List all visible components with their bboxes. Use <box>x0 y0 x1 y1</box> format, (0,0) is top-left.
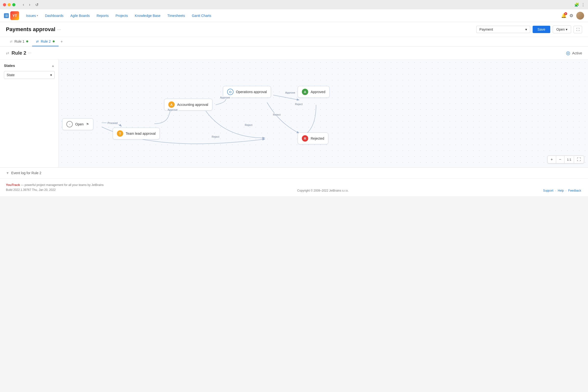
nav-right: 🔔 ● ⚙ <box>561 12 584 20</box>
nav-item-dashboards[interactable]: Dashboards <box>42 12 66 19</box>
nav-items: Issues ▾ Dashboards Agile Boards Reports… <box>23 12 561 19</box>
event-log[interactable]: ▼ Event log for Rule 2 <box>0 167 588 178</box>
forward-button[interactable]: › <box>28 2 32 7</box>
main-content: ⇄ Rule 2 ··· ◎ Active States ▲ State ▾ <box>0 46 588 167</box>
notifications-button[interactable]: 🔔 ● <box>561 13 566 18</box>
page-title: Payments approval <box>6 26 55 32</box>
states-panel: States ▲ State ▾ <box>0 60 59 167</box>
footer-brand-link[interactable]: YouTrack <box>6 183 20 187</box>
footer-build: Build 2022.1.39767 Thu, Jan 20, 2022 <box>6 188 104 192</box>
nav-item-timesheets[interactable]: Timesheets <box>164 12 188 19</box>
edge-label-reject4: Reject <box>211 135 220 138</box>
node-approved[interactable]: A Approved <box>298 86 330 98</box>
footer-center: Copyright © 2009–2022 JetBrains s.r.o. <box>297 188 349 192</box>
node-open-label: Open <box>75 122 84 126</box>
footer-feedback-link[interactable]: Feedback <box>568 189 581 192</box>
event-log-chevron-icon: ▼ <box>6 171 9 175</box>
nav-item-kb[interactable]: Knowledge Base <box>132 12 164 19</box>
footer-dot1: · <box>555 189 556 192</box>
node-approved-icon: A <box>302 89 308 95</box>
extension-icon[interactable]: 🧩 <box>574 2 579 7</box>
rule-header: ⇄ Rule 2 ··· ◎ Active <box>0 46 588 60</box>
zoom-controls: + − 1:1 ⛶ <box>547 156 584 164</box>
node-approved-label: Approved <box>311 90 325 94</box>
back-button[interactable]: ‹ <box>21 2 26 7</box>
node-open-icon: ○ <box>66 121 73 128</box>
event-log-title: Event log for Rule 2 <box>11 171 42 175</box>
rule-menu[interactable]: ··· <box>28 51 31 55</box>
footer-help-link[interactable]: Help <box>558 189 564 192</box>
nav-item-gantt[interactable]: Gantt Charts <box>189 12 214 19</box>
tab-rule2-icon: ⇄ <box>36 40 39 43</box>
node-open[interactable]: ○ Open ⚑ <box>62 118 93 130</box>
nav-item-reports[interactable]: Reports <box>94 12 112 19</box>
footer-support-link[interactable]: Support <box>543 189 554 192</box>
workflow-container: States ▲ State ▾ <box>0 60 588 167</box>
issues-chevron-icon: ▾ <box>37 14 38 17</box>
open-button[interactable]: Open ▾ <box>553 26 571 33</box>
rule-status-label: Active <box>572 51 582 55</box>
states-title: States <box>4 64 15 68</box>
project-select[interactable]: Payment ▾ <box>476 26 530 33</box>
node-rejected-icon: R <box>302 135 308 142</box>
titlebar-nav: ‹ › ↺ <box>21 2 40 8</box>
tabs-bar: ⇄ Rule 1 ⇄ Rule 2 + <box>0 37 588 46</box>
add-tab-button[interactable]: + <box>58 37 65 46</box>
open-chevron-icon: ▾ <box>566 28 568 31</box>
nav-item-issues[interactable]: Issues ▾ <box>23 12 41 19</box>
footer-links: Support · Help · Feedback <box>542 189 582 192</box>
youtrack-logo-small: ◫ <box>4 13 9 18</box>
rule-icon: ⇄ <box>6 51 9 55</box>
minimize-button[interactable] <box>8 3 11 6</box>
state-select-label: State <box>6 73 15 77</box>
node-accounting-icon: A <box>168 102 175 108</box>
tab-rule1[interactable]: ⇄ Rule 1 <box>6 37 32 46</box>
footer-copyright: Copyright © 2009–2022 JetBrains s.r.o. <box>297 189 349 192</box>
rule-title: Rule 2 <box>12 50 26 56</box>
tab-rule2[interactable]: ⇄ Rule 2 <box>32 37 58 46</box>
save-button[interactable]: Save <box>533 26 550 33</box>
titlebar-icons: 🧩 ⋮ <box>574 2 585 7</box>
nav-item-projects[interactable]: Projects <box>112 12 131 19</box>
node-team-lead[interactable]: T Team lead approval <box>113 128 160 140</box>
edge-label-reject1: Reject <box>244 123 253 127</box>
node-open-flag-icon: ⚑ <box>86 122 89 126</box>
expand-button[interactable]: ⛶ <box>574 26 582 33</box>
canvas-area[interactable]: ○ Open ⚑ T Team lead approval A Accounti… <box>59 60 588 167</box>
node-accounting-label: Accounting approval <box>177 103 208 106</box>
titlebar: ‹ › ↺ 🧩 ⋮ <box>0 0 588 9</box>
tab-rule2-status-dot <box>53 40 55 42</box>
edge-label-approve1: Approve <box>166 108 178 112</box>
footer-brand-text: YouTrack — powerful project management f… <box>6 182 104 188</box>
footer-left: YouTrack — powerful project management f… <box>6 182 104 192</box>
close-button[interactable] <box>3 3 6 6</box>
refresh-button[interactable]: ↺ <box>34 2 40 8</box>
node-rejected[interactable]: R Rejected <box>298 132 328 144</box>
node-team-label: Team lead approval <box>126 132 156 136</box>
states-collapse-button[interactable]: ▲ <box>51 64 55 68</box>
page-title-menu[interactable]: ··· <box>57 27 61 32</box>
state-select-chevron-icon: ▾ <box>50 73 52 77</box>
edge-label-reject3: Reject <box>294 102 304 106</box>
zoom-out-button[interactable]: − <box>556 156 564 163</box>
footer: YouTrack — powerful project management f… <box>0 178 588 196</box>
zoom-in-button[interactable]: + <box>548 156 556 163</box>
states-header: States ▲ <box>4 64 55 68</box>
youtrack-logo-yt: YT <box>10 11 19 20</box>
nav-logo[interactable]: ◫ YT <box>4 11 19 20</box>
user-avatar[interactable] <box>576 12 584 20</box>
node-team-icon: T <box>117 130 123 137</box>
toggle-icon[interactable]: ◎ <box>566 50 570 56</box>
tab-rule2-label: Rule 2 <box>41 40 50 43</box>
titlebar-menu-icon[interactable]: ⋮ <box>581 2 585 7</box>
state-select[interactable]: State ▾ <box>4 71 55 79</box>
footer-dot2: · <box>566 189 566 192</box>
zoom-fit-button[interactable]: ⛶ <box>574 156 584 163</box>
settings-button[interactable]: ⚙ <box>570 13 573 18</box>
nav-item-agile[interactable]: Agile Boards <box>68 12 92 19</box>
notification-badge: ● <box>564 12 567 15</box>
header-right: Payment ▾ Save Open ▾ ⛶ <box>476 26 582 33</box>
maximize-button[interactable] <box>12 3 16 6</box>
navbar: ◫ YT Issues ▾ Dashboards Agile Boards Re… <box>0 9 588 22</box>
edge-label-reject2: Reject <box>272 113 282 116</box>
